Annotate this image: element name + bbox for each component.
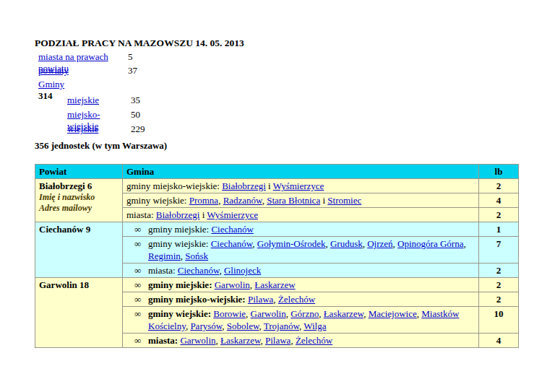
lb-cell: 2 xyxy=(479,263,519,278)
powiat-note: Adres mailowy xyxy=(39,203,119,214)
gmina-link[interactable]: Wilga xyxy=(304,321,326,331)
gminy-total: 314 xyxy=(38,90,67,138)
gminy-item-link-2[interactable]: wiejskie xyxy=(67,123,98,134)
gminy-link[interactable]: Gminy xyxy=(38,79,64,90)
gmina-link[interactable]: Ciechanów xyxy=(211,224,253,235)
gmina-cell-content: ∞miasta: Garwolin, Łaskarzew, Pilawa, Że… xyxy=(126,334,475,347)
gmina-link[interactable]: Żelechów xyxy=(278,294,315,305)
column-header-powiat: Powiat xyxy=(35,165,123,179)
stat-value: 5 xyxy=(128,51,133,63)
gmina-cell-content: ∞miasta: Ciechanów, Glinojeck xyxy=(126,264,475,276)
gmina-type-label: miasta: xyxy=(148,335,178,346)
gmina-cell-content: ∞gminy wiejskie: Ciechanów, Gołymin-Ośro… xyxy=(126,238,475,262)
powiat-name: Garwolin 18 xyxy=(39,279,119,291)
gmina-cell-content: ∞gminy miejskie: Garwolin, Łaskarzew xyxy=(126,279,475,291)
powiat-cell: Ciechanów 9 xyxy=(35,222,123,278)
gmina-cell-content: gminy wiejskie: Promna, Radzanów, Stara … xyxy=(126,194,475,206)
gmina-link[interactable]: Wyśmierzyce xyxy=(207,209,258,220)
column-header-lb: lb xyxy=(479,165,519,179)
gmina-link[interactable]: Grudusk xyxy=(330,238,363,249)
gmina-cell: gminy wiejskie: Promna, Radzanów, Stara … xyxy=(123,193,479,208)
lb-cell: 2 xyxy=(479,292,519,307)
gmina-link[interactable]: Radzanów xyxy=(223,195,262,206)
lb-cell: 4 xyxy=(479,193,519,208)
gmina-cell: ∞gminy wiejskie: Ciechanów, Gołymin-Ośro… xyxy=(123,237,479,263)
infinity-marker: ∞ xyxy=(134,264,148,276)
page: PODZIAŁ PRACY NA MAZOWSZU 14. 05. 2013 m… xyxy=(0,0,555,348)
gmina-link[interactable]: Stara Błotnica xyxy=(267,195,320,206)
gminy-items: miejskie35miejsko-wiejskie50wiejskie229 xyxy=(67,95,145,138)
gmina-link[interactable]: Ciechanów xyxy=(178,265,220,276)
gmina-type-label: gminy miejsko-wiejskie: xyxy=(126,180,220,191)
gminy-item-link-0[interactable]: miejskie xyxy=(67,95,99,105)
gmina-cell-content: ∞gminy miejskie: Ciechanów xyxy=(126,223,475,235)
gminy-item: miejsko-wiejskie50 xyxy=(67,109,145,123)
table-body: Białobrzegi 6Imię i nazwiskoAdres mailow… xyxy=(35,179,519,348)
gmina-link[interactable]: Glinojeck xyxy=(224,265,261,276)
gmina-link[interactable]: Ciechanów xyxy=(211,238,253,249)
gmina-type-label: gminy wiejskie: xyxy=(148,308,211,319)
gmina-link[interactable]: Łaskarzew xyxy=(220,335,260,346)
gmina-link[interactable]: Białobrzegi xyxy=(156,209,200,220)
powiat-note: Imię i nazwisko xyxy=(39,192,119,203)
lb-cell: 2 xyxy=(479,179,519,193)
gmina-type-label: gminy miejsko-wiejskie: xyxy=(148,294,246,305)
stats-list: miasta na prawach powiatu5powiaty37 xyxy=(38,51,555,79)
stat-value: 37 xyxy=(128,65,137,77)
gmina-link[interactable]: Łaskarzew xyxy=(254,279,295,290)
gmina-link[interactable]: Białobrzegi xyxy=(222,180,266,191)
gmina-link[interactable]: Garwolin xyxy=(180,335,215,346)
summary-line: 356 jednostek (w tym Warszawa) xyxy=(35,140,555,154)
gminy-item-label-wrap: miejskie xyxy=(67,95,131,106)
gmina-link[interactable]: Regimin xyxy=(148,251,181,261)
page-title: PODZIAŁ PRACY NA MAZOWSZU 14. 05. 2013 xyxy=(35,38,555,49)
gmina-link[interactable]: Ojrzeń xyxy=(367,238,392,249)
gmina-link[interactable]: Górzno xyxy=(291,308,319,319)
gmina-cell: ∞miasta: Garwolin, Łaskarzew, Pilawa, Że… xyxy=(123,334,479,348)
gminy-item: miejskie35 xyxy=(67,95,145,109)
infinity-marker: ∞ xyxy=(134,334,148,347)
column-header-gmina: Gmina xyxy=(123,165,479,179)
gmina-link[interactable]: Gołymin-Ośrodek xyxy=(257,238,326,249)
gmina-link[interactable]: Borowie xyxy=(213,308,246,319)
gmina-link[interactable]: Garwolin xyxy=(215,279,250,290)
gmina-type-label: gminy wiejskie: xyxy=(148,238,208,249)
lb-cell: 7 xyxy=(479,237,519,263)
gmina-cell-content: gminy miejsko-wiejskie: Białobrzegi i Wy… xyxy=(126,180,475,192)
lb-cell: 2 xyxy=(479,208,519,222)
lb-cell: 4 xyxy=(479,334,519,348)
gmina-link[interactable]: Parysów xyxy=(190,321,222,331)
gmina-link[interactable]: Wyśmierzyce xyxy=(273,180,324,191)
gmina-link[interactable]: Pilawa xyxy=(248,294,273,305)
gmina-link[interactable]: Trojanów xyxy=(264,321,299,331)
table-row: Ciechanów 9∞gminy miejskie: Ciechanów1 xyxy=(35,222,519,237)
gmina-link[interactable]: Opinogóra Górna xyxy=(397,238,463,249)
gmina-cell-content: ∞gminy wiejskie: Borowie, Garwolin, Górz… xyxy=(126,308,475,332)
stat-link-1[interactable]: powiaty xyxy=(38,65,69,76)
gminy-item-value: 229 xyxy=(131,123,145,135)
powiat-name: Białobrzegi 6 xyxy=(39,180,119,192)
infinity-marker: ∞ xyxy=(134,293,148,305)
gmina-link[interactable]: Żelechów xyxy=(296,335,332,346)
table-row: Białobrzegi 6Imię i nazwiskoAdres mailow… xyxy=(35,179,519,193)
gmina-type-label: gminy wiejskie: xyxy=(126,195,186,206)
gmina-link[interactable]: Sońsk xyxy=(185,251,208,261)
gmina-link[interactable]: Sobolew xyxy=(227,321,259,331)
gmina-link[interactable]: Maciejowice xyxy=(369,308,417,319)
gmina-link[interactable]: Pilawa xyxy=(265,335,291,346)
gmina-cell: ∞gminy wiejskie: Borowie, Garwolin, Górz… xyxy=(123,307,479,334)
gmina-type-label: gminy miejskie: xyxy=(148,224,209,235)
gmina-link[interactable]: Łaskarzew xyxy=(324,308,363,319)
gmina-type-label: gminy miejskie: xyxy=(148,279,212,290)
powiat-cell: Garwolin 18 xyxy=(35,278,123,348)
gminy-item-value: 50 xyxy=(131,109,140,121)
stat-row: powiaty37 xyxy=(38,65,555,79)
gmina-type-label: miasta: xyxy=(148,265,176,276)
gmina-link[interactable]: Stromiec xyxy=(327,195,361,206)
gmina-link[interactable]: Promna xyxy=(189,195,218,206)
lb-cell: 2 xyxy=(479,278,519,292)
infinity-marker: ∞ xyxy=(134,279,148,291)
gmina-link[interactable]: Garwolin xyxy=(251,308,286,319)
table-header-row: Powiat Gmina lb xyxy=(35,165,519,179)
powiaty-table: Powiat Gmina lb Białobrzegi 6Imię i nazw… xyxy=(35,164,519,348)
